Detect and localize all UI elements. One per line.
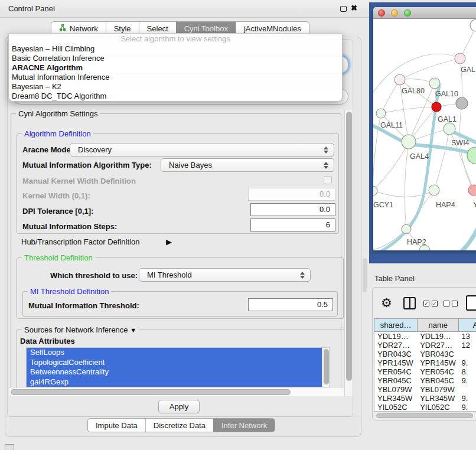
list-scrollbar[interactable] <box>322 348 329 387</box>
table-cell[interactable]: 9. <box>458 394 476 403</box>
dropdown-option[interactable]: Bayesian – Hill Climbing <box>9 44 342 54</box>
table-cell[interactable]: YDR27… <box>417 341 458 350</box>
table-cell[interactable]: YDL19… <box>417 332 458 341</box>
mi-threshold-field[interactable]: 0.5 <box>248 298 333 311</box>
dropdown-option[interactable]: Mutual Information Inference <box>9 73 342 82</box>
network-canvas[interactable]: GALGAL80GAL10GAL1GAL11GAL4SWI4GCY1HAP4YH… <box>373 19 476 250</box>
minimize-window-icon[interactable] <box>391 9 398 17</box>
table-cell[interactable]: YER054C <box>417 367 458 376</box>
dropdown-option[interactable]: Bayesian – K2 <box>9 82 342 92</box>
kernel-width-value: 0.0 <box>319 190 330 198</box>
table-row[interactable]: YPR145WYPR145W9. <box>374 358 476 367</box>
select-all-checkboxes-icon[interactable]: ✓✓ <box>423 301 438 306</box>
network-window[interactable]: GALGAL80GAL10GAL1GAL11GAL4SWI4GCY1HAP4YH… <box>373 7 476 250</box>
table-row[interactable]: YDL19…YDL19…13 <box>374 332 476 341</box>
table-cell[interactable]: YBR043C <box>374 350 417 358</box>
table-row[interactable]: YBL079WYBL079W <box>374 385 476 394</box>
network-node-label: GAL1 <box>438 115 457 123</box>
table-column-header[interactable]: A <box>458 319 476 331</box>
network-node-gal11[interactable] <box>376 109 386 118</box>
table-cell[interactable]: YPR145W <box>374 358 417 367</box>
table-cell[interactable]: YDL19… <box>374 332 417 341</box>
table-cell[interactable]: YLR345W <box>374 394 417 403</box>
outer-scrollbar-thumb[interactable] <box>363 258 367 292</box>
float-panel-icon[interactable] <box>340 6 347 12</box>
dropdown-option[interactable]: ARACNE Algorithm <box>9 63 342 73</box>
close-window-icon[interactable] <box>378 9 385 17</box>
kernel-width-field[interactable]: 0.0 <box>248 188 335 201</box>
corner-widget[interactable] <box>5 444 14 450</box>
table-cell[interactable]: YER054C <box>374 367 417 376</box>
table-row[interactable]: YBR043CYBR043C <box>374 350 476 358</box>
deselect-all-checkboxes-icon[interactable] <box>444 301 458 306</box>
dropdown-option[interactable]: Basic Correlation Inference <box>9 54 342 63</box>
table-cell[interactable]: YDR27… <box>374 341 417 350</box>
settings-vertical-scrollbar[interactable] <box>344 110 353 396</box>
document-icon[interactable] <box>466 295 476 311</box>
network-node-hap4[interactable] <box>429 185 439 195</box>
gear-icon[interactable]: ⚙ <box>381 296 392 310</box>
mi-steps-field[interactable]: 6 <box>250 219 335 231</box>
table-panel-title: Table Panel <box>374 274 415 283</box>
table-row[interactable]: YER054CYER054C8. <box>374 367 476 376</box>
table-row[interactable]: YBR045CYBR045C9. <box>374 376 476 385</box>
dpi-tolerance-field[interactable]: 0.0 <box>250 203 335 216</box>
network-window-titlebar[interactable] <box>373 7 476 19</box>
network-node[interactable] <box>456 97 468 109</box>
data-attribute-item[interactable]: SelfLoops <box>27 348 322 358</box>
table-cell[interactable]: YIL052C <box>417 403 458 412</box>
table-cell[interactable]: YBR045C <box>417 376 458 385</box>
network-node-gal10[interactable] <box>429 78 440 89</box>
dropdown-option[interactable]: Dream8 DC_TDC Algorithm <box>9 92 342 101</box>
table-row[interactable]: YDR27…YDR27…12 <box>374 341 476 350</box>
table-cell[interactable]: YBR045C <box>374 376 417 385</box>
network-node-swi4[interactable] <box>467 147 476 164</box>
data-attribute-item[interactable]: BetweennessCentrality <box>27 367 322 377</box>
settings-horizontal-scrollbar[interactable] <box>9 388 344 396</box>
network-node-y[interactable] <box>468 185 476 195</box>
which-threshold-combobox[interactable]: MI Threshold <box>139 268 311 282</box>
table-cell[interactable]: 12 <box>458 341 476 350</box>
apply-button[interactable]: Apply <box>158 400 200 413</box>
table-cell[interactable]: 13 <box>458 332 476 341</box>
table-cell[interactable]: 9. <box>458 358 476 367</box>
aracne-mode-combobox[interactable]: Discovery <box>70 143 334 156</box>
table-cell[interactable]: YIL052C <box>374 403 417 412</box>
collapse-arrow-icon[interactable]: ▼ <box>130 327 136 334</box>
table-cell[interactable] <box>458 385 476 394</box>
table-cell[interactable]: 9. <box>458 403 476 412</box>
table-cell[interactable]: YBL079W <box>417 385 458 394</box>
close-panel-icon[interactable]: ✖ <box>351 4 357 12</box>
expand-arrow-icon[interactable]: ▶ <box>166 237 172 246</box>
manual-kernel-width-checkbox[interactable] <box>324 176 332 184</box>
data-attributes-list[interactable]: SelfLoopsTopologicalCoefficientBetweenne… <box>26 347 330 387</box>
table-cell[interactable]: 9. <box>458 376 476 385</box>
table-horizontal-scrollbar[interactable] <box>375 413 476 419</box>
mi-algorithm-type-combobox[interactable]: Naive Bayes <box>161 158 334 172</box>
network-node[interactable] <box>470 19 476 31</box>
network-node[interactable] <box>432 102 441 112</box>
table-cell[interactable] <box>458 350 476 358</box>
table-cell[interactable]: YBL079W <box>374 385 417 394</box>
network-node-hap2[interactable] <box>402 224 411 234</box>
table-cell[interactable]: YBR043C <box>417 350 458 358</box>
tab-infer-network[interactable]: Infer Network <box>213 419 275 432</box>
table-column-header[interactable]: shared… <box>374 319 417 331</box>
data-attribute-item[interactable]: TopologicalCoefficient <box>27 358 322 368</box>
data-attribute-item[interactable]: gal4RGexp <box>27 377 322 387</box>
network-node-gal80[interactable] <box>395 74 405 85</box>
table-cell[interactable]: YPR145W <box>417 358 458 367</box>
tab-impute-data[interactable]: Impute Data <box>88 419 145 432</box>
tab-discretize-data[interactable]: Discretize Data <box>145 419 213 432</box>
network-node-gal4[interactable] <box>402 135 416 149</box>
table-column-header[interactable]: name <box>417 319 458 331</box>
columns-icon[interactable] <box>403 297 416 309</box>
network-node-gcy1[interactable] <box>373 186 377 195</box>
table-row[interactable]: YIL052CYIL052C9. <box>374 403 476 412</box>
zoom-window-icon[interactable] <box>404 9 411 17</box>
table-row[interactable]: YLR345WYLR345W9. <box>374 394 476 403</box>
table-cell[interactable]: YLR345W <box>417 394 458 403</box>
table-cell[interactable]: 8. <box>458 367 476 376</box>
network-node-gal[interactable] <box>455 53 465 64</box>
network-node-gal1[interactable] <box>444 123 455 135</box>
